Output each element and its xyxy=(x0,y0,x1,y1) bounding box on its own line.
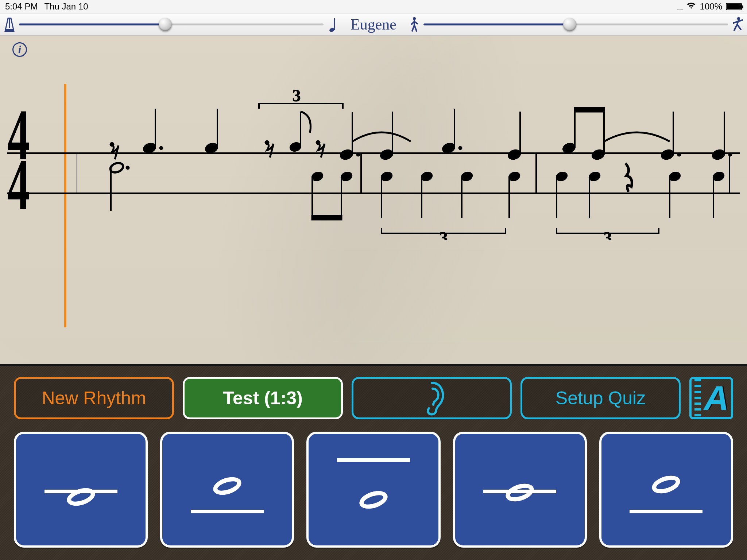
side-a-label: A xyxy=(704,378,728,418)
time-signature: 4 4 xyxy=(7,110,28,209)
svg-point-10 xyxy=(110,142,114,147)
svg-point-55 xyxy=(677,153,681,156)
status-date: Thu Jan 10 xyxy=(44,1,88,12)
tempo-slider-left[interactable] xyxy=(19,18,324,31)
svg-text:3: 3 xyxy=(293,87,301,105)
side-a-tab[interactable]: A xyxy=(689,377,733,419)
svg-point-26 xyxy=(126,166,129,170)
svg-rect-52 xyxy=(574,107,605,112)
wifi-icon xyxy=(686,1,696,12)
half-note-icon xyxy=(505,485,534,501)
binder-rings-icon xyxy=(694,379,701,417)
bottom-panel: New Rhythm Test (1:3) Setup Quiz A xyxy=(0,366,747,560)
info-button[interactable]: i xyxy=(12,42,27,57)
svg-point-23 xyxy=(356,153,360,156)
status-bar: 5:04 PM Thu Jan 10 ..... 100% xyxy=(0,0,747,13)
music-notation: 3 xyxy=(77,87,733,240)
ear-icon xyxy=(416,380,448,416)
status-dots-icon: ..... xyxy=(676,1,682,12)
tempo-slider-right[interactable] xyxy=(423,18,728,31)
playhead xyxy=(64,84,66,327)
svg-point-20 xyxy=(316,140,320,145)
status-battery-pct: 100% xyxy=(700,1,722,12)
svg-rect-31 xyxy=(311,215,342,220)
tap-pad-2[interactable] xyxy=(160,432,294,548)
setup-quiz-button[interactable]: Setup Quiz xyxy=(520,377,681,419)
half-note-icon xyxy=(66,489,96,505)
quarter-note-icon xyxy=(326,16,340,32)
svg-point-13 xyxy=(159,146,163,150)
svg-point-17 xyxy=(265,140,269,145)
tap-pad-3[interactable] xyxy=(306,432,440,548)
app-title: Eugene xyxy=(342,17,405,32)
tap-pad-4[interactable] xyxy=(453,432,587,548)
svg-point-58 xyxy=(728,153,732,156)
half-note-icon xyxy=(651,477,681,493)
battery-icon xyxy=(726,3,742,10)
test-button[interactable]: Test (1:3) xyxy=(183,377,343,419)
tap-pad-1[interactable] xyxy=(14,432,148,548)
button-row: New Rhythm Test (1:3) Setup Quiz A xyxy=(14,377,733,419)
svg-point-36 xyxy=(458,146,462,150)
svg-rect-3 xyxy=(334,18,335,30)
new-rhythm-button[interactable]: New Rhythm xyxy=(14,377,174,419)
half-note-icon xyxy=(359,492,388,508)
tap-pad-5[interactable] xyxy=(599,432,733,548)
pad-row xyxy=(14,432,733,548)
top-toolbar: Eugene xyxy=(0,13,747,36)
score-area: i 4 4 xyxy=(0,36,747,366)
half-note-icon xyxy=(213,478,242,494)
listen-button[interactable] xyxy=(352,377,512,419)
svg-rect-1 xyxy=(5,29,14,31)
metronome-icon[interactable] xyxy=(3,16,16,32)
walk-icon xyxy=(407,16,421,32)
timesig-bottom: 4 xyxy=(7,160,28,209)
status-time: 5:04 PM xyxy=(5,1,38,12)
svg-text:3: 3 xyxy=(440,229,448,240)
svg-text:3: 3 xyxy=(604,229,612,240)
run-icon xyxy=(731,16,744,32)
